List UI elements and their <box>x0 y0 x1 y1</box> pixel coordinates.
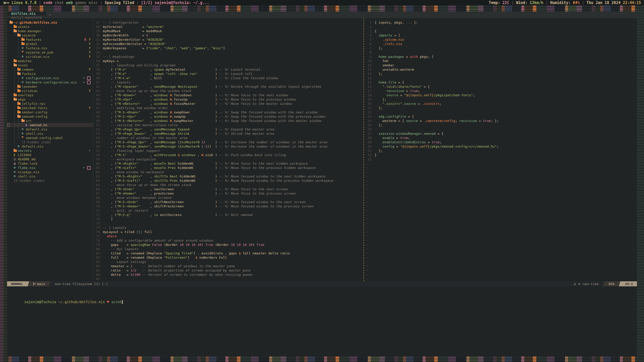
code-line[interactable]: 22 <box>364 110 637 114</box>
tree-item[interactable]: │ │ ❄default.nix <box>10 127 93 131</box>
tree-item[interactable]: │ global? <box>10 42 93 46</box>
code-line[interactable]: 77 where <box>93 234 364 238</box>
code-line[interactable]: 56 , ("M-S-<Page_Down>", sendMessage (In… <box>93 144 364 149</box>
code-line[interactable]: 50 , ("M-S-<Return>" , windows W.swapMas… <box>93 119 364 123</box>
code-line[interactable]: 39 , ("M-e" , spawn "rofi -show run" ) -… <box>93 72 364 76</box>
code-line[interactable]: 10 feh <box>364 59 637 63</box>
code-line[interactable]: 49 , ("M-S-<Up>" , windows W.swapUp ) --… <box>93 114 364 119</box>
code-line[interactable]: 76myLayout = tiled ||| full <box>93 230 364 234</box>
tree-item[interactable]: ❄nixpkgs.nix <box>10 170 93 174</box>
code-line[interactable]: 29 enableContribAndExtras = true; <box>364 140 637 144</box>
code-line[interactable]: 47 -- modifying the window order <box>93 106 364 110</box>
tree-item[interactable]: │ *sajenim_sk.pub? <box>10 50 93 55</box>
code-line[interactable]: 17 recursive = true; <box>364 89 637 93</box>
code-line[interactable]: 75-- | Layouts <box>93 225 364 230</box>
typed-command[interactable]: scrot <box>109 300 122 304</box>
tree-item[interactable]: flake.lock <box>10 161 93 166</box>
code-line[interactable]: 80 -- Our layouts <box>93 247 364 251</box>
code-line[interactable]: 24 wezterm = { source = ./wezterm/config… <box>364 119 637 123</box>
code-line[interactable]: 51 -- resizing the master/slave ratio <box>93 123 364 127</box>
code-line[interactable]: 15 home.file = { <box>364 80 637 84</box>
tree-item[interactable]: §LICENSE <box>10 153 93 157</box>
code-line[interactable]: 54 -- number of windows in the master ar… <box>93 136 364 140</box>
code-line[interactable]: 28myTerminal = "wezterm" <box>93 25 364 29</box>
tree-item[interactable]: home-manager <box>10 29 93 33</box>
code-line[interactable]: 16 ".local/share/fonts" = { <box>364 84 637 89</box>
tree-item[interactable]: │ │ ❄configuration.nix• <box>10 76 93 80</box>
tree-item[interactable]: nixos <box>10 63 93 67</box>
tree-item[interactable]: ❄shell.nix <box>10 174 93 178</box>
tree-item[interactable]: ▤README.md <box>10 157 93 161</box>
tree-item[interactable]: overlays <box>10 93 93 97</box>
code-line[interactable]: 37 -- launching and killing programs <box>93 63 364 67</box>
code-line[interactable]: 6 ./rofi.nix <box>364 42 637 46</box>
editor-pane-xmonad-hs[interactable]: 27-- | Configuration28myTerminal = "wezt… <box>93 18 364 281</box>
code-line[interactable]: 41 -- layouts <box>93 80 364 84</box>
code-line[interactable]: 20 ".xinitrc".source = ./xinitrc; <box>364 102 637 106</box>
tree-item[interactable]: │ │ └ λxmonad.hs <box>10 123 93 127</box>
code-line[interactable]: 25 }; <box>364 123 637 127</box>
tree-item[interactable]: secrets• <box>10 149 93 153</box>
code-line[interactable]: 83 -- Layout settings <box>93 260 364 264</box>
tree-item[interactable]: │ ❄fuchsia.nix? <box>10 46 93 50</box>
tree-item[interactable]: │ xmobar-config <box>10 110 93 114</box>
tree-item[interactable]: │ xmonad-config <box>10 114 93 119</box>
code-line[interactable]: 2 <box>364 25 637 29</box>
code-line[interactable]: 81 tiled = renamed [Replace "Spacing Til… <box>93 251 364 255</box>
code-line[interactable]: 34 <box>93 50 364 55</box>
code-line[interactable]: 70 , ("M-S-<Home>" , shiftPrevScreen ) -… <box>93 204 364 208</box>
code-line[interactable]: 82 full = renamed [Replace "Fullscreen"]… <box>93 255 364 260</box>
tree-item[interactable]: └ ❄viridian.nix? <box>10 55 93 59</box>
tree-item[interactable]: │ └ ❄hardware-configuration.nix• <box>10 80 93 84</box>
code-line[interactable]: 27 xsession.windowManager.xmonad = { <box>364 131 637 136</box>
code-line[interactable]: 30myBorderWidth = 5 <box>93 33 364 37</box>
code-line[interactable]: 87 <box>93 277 364 281</box>
tree-item[interactable]: │ │ src <box>10 119 93 123</box>
code-line[interactable]: 62 -- move window to workspace <box>93 170 364 174</box>
code-line[interactable]: 48 , ("M-S-<Down>" , windows W.swapDown … <box>93 110 364 114</box>
code-line[interactable]: 45 , ("M-<Up>" , windows W.focusUp ) -- … <box>93 97 364 102</box>
code-line[interactable]: 72 , ("M-S-q" , io exitSuccess ) -- %! Q… <box>93 213 364 217</box>
code-line[interactable]: 31 }; <box>364 149 637 153</box>
code-line[interactable]: 7 ]; <box>364 46 637 50</box>
code-line[interactable]: 53 , ("M-<Page_Down>" , sendMessage Shri… <box>93 131 364 136</box>
shell-pane[interactable]: sajenim@fuchsia ~/.github/dotfiles.nix ♥… <box>7 286 637 356</box>
tree-item[interactable]: └ sajenim <box>10 33 93 37</box>
code-line[interactable]: 68 -- move windows between screens <box>93 196 364 200</box>
tree-item[interactable]: modules <box>10 59 93 63</box>
code-line[interactable]: 33myWorkspaces = ["code", "chat", "web",… <box>93 46 364 50</box>
code-line[interactable]: 1{ inputs, pkgs, ... }: <box>364 20 637 25</box>
code-line[interactable]: 67 , ("M-<Home>" , prevScreen ) -- %! Mo… <box>93 191 364 196</box>
code-line[interactable]: 26 <box>364 127 637 131</box>
code-line[interactable]: 55 , ("M-S-<Page_Up>" , sendMessage (Inc… <box>93 140 364 144</box>
code-line[interactable]: 74 <box>93 221 364 225</box>
code-line[interactable]: 43 -- move focus up or down the window s… <box>93 89 364 93</box>
code-line[interactable]: 31myNormalBorderColor = "#282828" <box>93 37 364 42</box>
tree-item[interactable]: assets <box>10 25 93 29</box>
code-line[interactable]: 52 , ("M-<Page_Up>" , sendMessage Expand… <box>93 127 364 131</box>
code-line[interactable]: 73 ] <box>93 217 364 221</box>
code-line[interactable]: 36myKeys = <box>93 59 364 63</box>
tab-dotfiles.nix[interactable]: dotfiles.nix <box>7 12 46 16</box>
code-line[interactable]: 3{ <box>364 29 637 33</box>
tree-item[interactable]: ❄flake.nix• <box>10 166 93 170</box>
code-line[interactable]: 28 enable = true; <box>364 136 637 140</box>
code-line[interactable]: 85 ratio = 1/2 -- Default proportion of … <box>93 268 364 273</box>
code-line[interactable]: 23 xdg.configFile = { <box>364 114 637 119</box>
code-line[interactable]: 14 <box>364 76 637 80</box>
code-line[interactable]: 58 , ("M-t" , withFocused $ windows . W.… <box>93 153 364 157</box>
tree-item[interactable]: │ └ *xmonad-config.cabal <box>10 136 93 140</box>
tree-item[interactable]: │ common? <box>10 67 93 72</box>
code-line[interactable]: 9 home.packages = with pkgs; [ <box>364 55 637 59</box>
code-line[interactable]: 66 , ("M-<End>" , nextScreen ) -- %! Mov… <box>93 187 364 191</box>
code-line[interactable]: 33 <box>364 157 637 161</box>
tree-item[interactable]: └ ❄default.nix <box>10 144 93 149</box>
code-line[interactable]: 13 ]; <box>364 72 637 76</box>
code-line[interactable]: 65 -- move focus up or down the screen s… <box>93 183 364 187</box>
code-line[interactable]: 11 xmobar <box>364 63 637 67</box>
code-line[interactable]: 57 -- floating layer support <box>93 149 364 153</box>
tree-item[interactable]: │ jellyfin-rpc <box>10 102 93 106</box>
code-line[interactable]: 8 <box>364 50 637 55</box>
code-line[interactable]: 29myModMask = mod4Mask <box>93 29 364 33</box>
code-line[interactable]: 59 -- workspace navigation <box>93 157 364 161</box>
